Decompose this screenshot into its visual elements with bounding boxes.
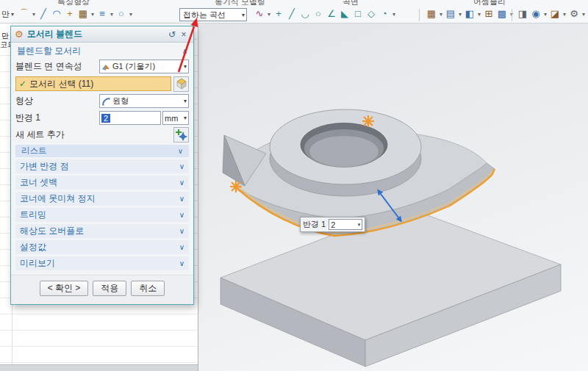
shell-icon[interactable]: ⊞ — [482, 7, 495, 21]
extrude-icon-caret[interactable]: ▾ — [457, 11, 463, 18]
profile-icon[interactable]: ⌒ — [18, 7, 31, 21]
line-icon[interactable]: ╱ — [37, 7, 50, 21]
sketch-point-icon[interactable]: + — [272, 7, 285, 21]
add-new-set-button[interactable] — [173, 127, 189, 143]
hole-floor — [309, 136, 379, 167]
extrude-icon[interactable]: ▤ — [444, 7, 457, 21]
sketch-line-icon[interactable]: ╱ — [285, 7, 298, 21]
caret-down-icon[interactable]: ▾ — [242, 12, 245, 18]
toolbar-icons-mid: ∿▾+╱◡○∠◣□◇◔▾ — [253, 7, 397, 21]
part-canvas — [198, 24, 588, 371]
chevron-down-icon[interactable]: ∨ — [179, 243, 184, 251]
tools-icon[interactable]: ⚙ — [567, 7, 581, 21]
group-corner-setback[interactable]: 코너 셋백 ∨ — [15, 176, 189, 190]
chevron-down-icon[interactable]: ∨ — [178, 147, 183, 155]
onscreen-radius-input[interactable]: 2 ▾ — [329, 219, 362, 230]
group-variable-radius-point[interactable]: 가변 반경 점 ∨ — [15, 159, 189, 173]
offset-curve-icon[interactable]: ≡ — [96, 7, 109, 21]
dialog-title: 모서리 블렌드 — [27, 28, 82, 40]
chevron-down-icon[interactable]: ∨ — [179, 259, 184, 267]
shape-label: 형상 — [15, 95, 33, 107]
chevron-down-icon[interactable]: ∨ — [179, 179, 184, 187]
dialog-gear-icon: ⚙ — [15, 29, 24, 40]
render-style-icon-caret[interactable]: ▾ — [542, 11, 548, 18]
cube-icon — [176, 78, 187, 90]
pattern-curve-icon[interactable]: ▦ — [76, 7, 90, 21]
section-icon[interactable]: ◪ — [548, 7, 562, 21]
cancel-button[interactable]: 취소 — [131, 281, 165, 296]
ribbon-group-surface: 곡면 — [343, 0, 387, 6]
view-icon[interactable]: ◨ — [516, 7, 529, 21]
dialog-close-button[interactable]: × — [178, 29, 190, 40]
section-icon-caret[interactable]: ▾ — [562, 11, 567, 18]
group-label: 설정값 — [20, 241, 46, 253]
blend-handle-asterisk[interactable] — [362, 115, 374, 127]
datum-plane-icon[interactable]: ▦ — [425, 7, 438, 21]
rectangle-icon[interactable]: □ — [351, 7, 365, 21]
ellipse-icon[interactable]: ◔ — [378, 7, 391, 21]
ribbon-toolbar: 특징형상 동기식 모델링 곡면 어셈블리 만▾ ⌒▾╱◠+▦▾≡▾○▾ 접하는 … — [0, 0, 588, 24]
radius-unit-value: mm — [165, 114, 178, 123]
arc-icon[interactable]: ◠ — [50, 7, 63, 21]
caret-down-icon[interactable]: ▾ — [184, 98, 187, 104]
chevron-down-icon[interactable]: ∨ — [179, 195, 184, 203]
caret-down-icon[interactable]: ▾ — [184, 63, 187, 70]
continuity-combo[interactable]: G1 (기울기) ▾ — [99, 60, 189, 73]
continuity-label: 블렌드 면 연속성 — [15, 60, 82, 73]
graphics-window[interactable] — [198, 24, 588, 371]
chevron-down-icon[interactable]: ∨ — [179, 211, 184, 219]
caret-down-icon[interactable]: ▾ — [358, 222, 361, 228]
polygon-icon[interactable]: ◇ — [365, 7, 378, 21]
continuity-row: 블렌드 면 연속성 G1 (기울기) ▾ — [11, 58, 193, 75]
group-trimming[interactable]: 트리밍 ∨ — [15, 208, 189, 222]
chevron-up-icon[interactable]: ∧ — [182, 47, 187, 55]
unite-icon[interactable]: ◧ — [463, 7, 476, 21]
group-preview[interactable]: 미리보기 ∨ — [15, 256, 189, 270]
sketch-arc-icon[interactable]: ◡ — [298, 7, 312, 21]
edge-blend-dialog: ⚙ 모서리 블렌드 ↺ × 블렌드할 모서리 ∧ 블렌드 면 연속성 G1 (기… — [10, 26, 194, 305]
studio-spline-icon[interactable]: ∿ — [253, 7, 266, 21]
solid-body-filter-button[interactable] — [173, 76, 189, 92]
select-edge-field[interactable]: ✓ 모서리 선택 (11) — [15, 76, 171, 91]
ok-button[interactable]: < 확인 > — [40, 281, 89, 296]
shape-combo[interactable]: 원형 ▾ — [99, 94, 189, 108]
group-settings[interactable]: 설정값 ∨ — [15, 240, 189, 254]
chevron-down-icon[interactable]: ∨ — [179, 162, 184, 170]
list-section[interactable]: 리스트 ∨ — [15, 145, 189, 157]
dialog-titlebar[interactable]: ⚙ 모서리 블렌드 ↺ × — [11, 26, 193, 43]
derived-curve-icon-caret[interactable]: ▾ — [128, 11, 134, 18]
continuity-value: G1 (기울기) — [112, 61, 155, 72]
group-edges-to-blend[interactable]: 블렌드할 모서리 ∧ — [11, 44, 193, 58]
toolbar-separator — [512, 9, 512, 21]
blend-handle-asterisk[interactable] — [230, 181, 242, 192]
radius-unit-combo[interactable]: mm ▾ — [162, 111, 189, 125]
offset-curve-icon-caret[interactable]: ▾ — [109, 11, 115, 18]
datum-plane-icon-caret[interactable]: ▾ — [438, 11, 444, 18]
pattern-curve-icon-caret[interactable]: ▾ — [90, 11, 96, 18]
caret-down-icon: ▾ — [11, 11, 14, 18]
tools-icon-caret[interactable]: ▾ — [581, 11, 587, 18]
angle-icon[interactable]: ∠ — [325, 7, 338, 21]
ellipse-icon-caret[interactable]: ▾ — [391, 11, 397, 18]
sketch-circle-icon[interactable]: ○ — [312, 7, 325, 21]
radius-input[interactable]: 2 — [99, 111, 161, 125]
chamfer-icon[interactable]: ◣ — [338, 7, 351, 21]
chevron-down-icon[interactable]: ∨ — [179, 227, 184, 235]
group-overflow-resolution[interactable]: 해상도 오버플로 ∨ — [15, 224, 189, 238]
ribbon-group-assemblies: 어셈블리 — [473, 0, 525, 6]
dialog-reset-button[interactable]: ↺ — [166, 29, 178, 40]
group-label: 블렌드할 모서리 — [17, 45, 81, 57]
profile-icon-caret[interactable]: ▾ — [31, 11, 37, 18]
pattern-feature-icon[interactable]: ▩ — [495, 7, 509, 21]
derived-curve-icon[interactable]: ○ — [115, 7, 128, 21]
horizontal-scrollbar[interactable] — [0, 364, 198, 371]
group-stop-short-of-corner[interactable]: 코너에 못미쳐 정지 ∨ — [15, 192, 189, 206]
point-icon[interactable]: + — [63, 7, 76, 21]
caret-down-icon[interactable]: ▾ — [184, 115, 187, 121]
unite-icon-caret[interactable]: ▾ — [476, 11, 482, 18]
curve-rule-combo[interactable]: 접하는 곡선 ▾ — [179, 8, 247, 21]
apply-button[interactable]: 적용 — [93, 281, 126, 296]
truncated-filter-combo[interactable]: 만▾ — [1, 9, 14, 20]
studio-spline-icon-caret[interactable]: ▾ — [266, 11, 272, 18]
render-style-icon[interactable]: ◉ — [529, 7, 542, 21]
